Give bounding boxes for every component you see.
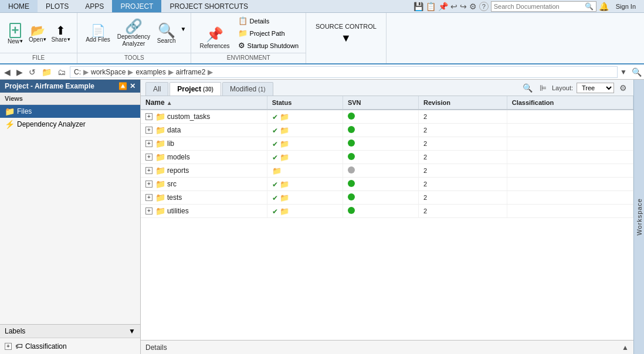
file-name-cell[interactable]: + 📁 tests: [141, 191, 267, 205]
search-icon: 🔍: [585, 2, 594, 11]
open-dropdown-arrow[interactable]: ▾: [43, 36, 46, 42]
ribbon-section-source-control: SOURCE CONTROL ▼: [306, 13, 387, 63]
file-name-cell[interactable]: + 📁 src: [141, 178, 267, 191]
file-revision-cell: 2: [419, 164, 507, 178]
expand-row-btn[interactable]: +: [145, 127, 152, 134]
expand-row-btn[interactable]: +: [145, 181, 152, 188]
details-collapse-button[interactable]: ▲: [622, 343, 629, 352]
help-icon[interactable]: ?: [479, 2, 489, 11]
project-minimize-button[interactable]: 🔼: [118, 82, 127, 90]
expand-row-btn[interactable]: +: [145, 194, 152, 201]
file-name-cell[interactable]: + 📁 custom_tasks: [141, 110, 267, 124]
toolbar-icon-paste[interactable]: 📌: [438, 2, 448, 11]
toolbar-icon-save[interactable]: 💾: [413, 2, 423, 11]
svn-status-dot: [348, 180, 355, 187]
folder-icon: 📁: [155, 112, 165, 121]
status-check-icon: ✔: [272, 207, 278, 216]
tab-modified[interactable]: Modified (1): [222, 82, 273, 96]
labels-header[interactable]: Labels ▼: [0, 325, 140, 338]
address-path[interactable]: C: ▶ workSpace ▶ examples ▶ airframe2 ▶: [70, 66, 618, 78]
file-name: custom_tasks: [167, 113, 210, 121]
col-header-classification[interactable]: Classification: [507, 96, 633, 110]
search-documentation-input[interactable]: [494, 3, 585, 10]
startup-shutdown-button[interactable]: ⚙ Startup Shutdown: [236, 40, 301, 51]
tab-project[interactable]: Project (30): [170, 82, 221, 96]
file-name-cell[interactable]: + 📁 lib: [141, 137, 267, 151]
toolbar-icon-copy[interactable]: 📋: [426, 2, 436, 11]
toolbar-icon-settings[interactable]: ⚙: [469, 2, 477, 11]
table-row[interactable]: + 📁 tests ✔ 📁2: [141, 191, 633, 205]
col-header-revision[interactable]: Revision: [419, 96, 507, 110]
environment-section-label: ENVIRONMENT: [191, 53, 306, 61]
details-button[interactable]: 📋 Details: [236, 15, 301, 26]
table-row[interactable]: + 📁 models ✔ 📁2: [141, 151, 633, 164]
file-name: src: [167, 180, 177, 188]
expand-row-btn[interactable]: +: [145, 167, 152, 174]
expand-classification-btn[interactable]: +: [5, 343, 12, 350]
search-label: Search: [157, 38, 176, 44]
new-button[interactable]: + New ▾: [5, 21, 26, 47]
add-files-button[interactable]: 📄 Add Files: [82, 22, 114, 45]
tab-all[interactable]: All: [145, 82, 168, 96]
menu-home[interactable]: HOME: [0, 0, 38, 12]
col-header-name[interactable]: Name ▲: [141, 96, 267, 110]
col-header-svn[interactable]: SVN: [343, 96, 418, 110]
search-documentation-box[interactable]: 🔍: [491, 1, 596, 12]
expand-row-btn[interactable]: +: [145, 140, 152, 147]
filter-button[interactable]: ⊫: [538, 83, 548, 93]
table-row[interactable]: + 📁 src ✔ 📁2: [141, 178, 633, 191]
menu-apps[interactable]: APPS: [77, 0, 112, 12]
forward-button[interactable]: ▶: [15, 67, 25, 77]
back-button[interactable]: ◀: [2, 67, 12, 77]
classification-item[interactable]: + 🏷 Classification: [5, 341, 135, 352]
expand-row-btn[interactable]: +: [145, 154, 152, 161]
file-table: Name ▲ Status SVN Revision Classificatio…: [141, 96, 633, 340]
table-row[interactable]: + 📁 lib ✔ 📁2: [141, 137, 633, 151]
toolbar-icon-undo[interactable]: ↩: [450, 2, 457, 11]
file-name-cell[interactable]: + 📁 reports: [141, 164, 267, 178]
sidebar-item-files[interactable]: 📁 Files: [0, 105, 140, 118]
tools-expand-button[interactable]: ▼: [181, 26, 187, 42]
toolbar-icon-redo[interactable]: ↪: [460, 2, 467, 11]
dependency-analyzer-button[interactable]: 🔗 DependencyAnalyzer: [115, 17, 152, 50]
table-row[interactable]: + 📁 data ✔ 📁2: [141, 124, 633, 137]
file-name-cell[interactable]: + 📁 models: [141, 151, 267, 164]
references-button[interactable]: 📌 References: [196, 24, 233, 52]
table-row[interactable]: + 📁 custom_tasks ✔ 📁2: [141, 110, 633, 124]
layout-settings-button[interactable]: ⚙: [618, 83, 629, 93]
sign-in-button[interactable]: Sign In: [611, 2, 640, 11]
file-classification-cell: [507, 110, 633, 124]
workspace-sidebar[interactable]: Workspace: [633, 80, 644, 354]
menu-project[interactable]: PROJECT: [112, 0, 161, 12]
open-button[interactable]: 📂 Open ▾: [27, 22, 48, 45]
table-row[interactable]: + 📁 utilities ✔ 📁2: [141, 205, 633, 218]
file-name: reports: [167, 166, 189, 175]
search-button[interactable]: 🔍 Search: [154, 21, 179, 46]
table-row[interactable]: + 📁 reports 📁2: [141, 164, 633, 178]
browse-button2[interactable]: 🗂: [56, 67, 67, 77]
refresh-button[interactable]: ↺: [27, 67, 38, 77]
address-search-button[interactable]: 🔍: [632, 67, 642, 77]
file-name-cell[interactable]: + 📁 utilities: [141, 205, 267, 218]
address-dropdown-button[interactable]: ▼: [620, 68, 627, 76]
sidebar-item-dependency-analyzer[interactable]: ⚡ Dependency Analyzer: [0, 118, 140, 131]
menu-project-shortcuts[interactable]: PROJECT SHORTCUTS: [161, 0, 256, 12]
file-name-cell[interactable]: + 📁 data: [141, 124, 267, 137]
menu-plots[interactable]: PLOTS: [38, 0, 77, 12]
col-header-status[interactable]: Status: [267, 96, 343, 110]
labels-label: Labels: [5, 327, 25, 335]
project-path-button[interactable]: 📁 Project Path: [236, 28, 301, 39]
share-dropdown-arrow[interactable]: ▾: [67, 36, 70, 42]
browse-folder-button[interactable]: 📁: [40, 67, 53, 77]
expand-row-btn[interactable]: +: [145, 113, 152, 120]
expand-row-btn[interactable]: +: [145, 207, 152, 215]
search-files-button[interactable]: 🔍: [521, 83, 534, 93]
share-button[interactable]: ⬆ Share ▾: [49, 22, 72, 45]
layout-select[interactable]: Tree List Details: [577, 83, 614, 93]
labels-collapse-icon: ▼: [128, 327, 135, 335]
notification-icon[interactable]: 🔔: [599, 2, 609, 11]
file-classification-cell: [507, 191, 633, 205]
source-control-dropdown[interactable]: ▼: [341, 32, 351, 45]
new-dropdown-arrow[interactable]: ▾: [20, 38, 23, 44]
project-close-button[interactable]: ✕: [130, 82, 135, 90]
